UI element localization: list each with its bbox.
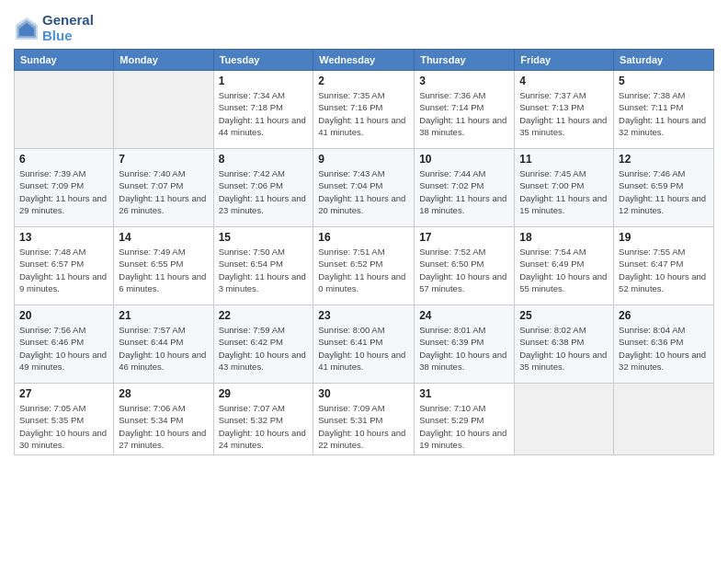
- calendar-cell: 29Sunrise: 7:07 AM Sunset: 5:32 PM Dayli…: [213, 384, 313, 455]
- logo: General Blue: [14, 13, 94, 43]
- day-info: Sunrise: 7:38 AM Sunset: 7:11 PM Dayligh…: [619, 89, 709, 138]
- day-number: 15: [219, 231, 309, 244]
- day-info: Sunrise: 7:43 AM Sunset: 7:04 PM Dayligh…: [318, 167, 409, 216]
- day-number: 9: [318, 153, 409, 166]
- day-info: Sunrise: 7:39 AM Sunset: 7:09 PM Dayligh…: [19, 167, 108, 216]
- day-info: Sunrise: 8:02 AM Sunset: 6:38 PM Dayligh…: [519, 324, 609, 373]
- day-number: 17: [419, 231, 509, 244]
- week-row: 1Sunrise: 7:34 AM Sunset: 7:18 PM Daylig…: [15, 71, 714, 149]
- calendar-cell: 2Sunrise: 7:35 AM Sunset: 7:16 PM Daylig…: [313, 71, 415, 149]
- day-number: 2: [318, 75, 409, 87]
- day-of-week-header: Monday: [114, 50, 213, 71]
- day-of-week-header: Saturday: [614, 50, 714, 71]
- day-of-week-header: Wednesday: [313, 50, 415, 71]
- day-info: Sunrise: 7:34 AM Sunset: 7:18 PM Dayligh…: [219, 89, 309, 138]
- calendar-cell: 17Sunrise: 7:52 AM Sunset: 6:50 PM Dayli…: [415, 227, 515, 305]
- calendar-cell: 26Sunrise: 8:04 AM Sunset: 6:36 PM Dayli…: [614, 305, 714, 384]
- calendar-cell: [515, 384, 614, 455]
- calendar-body: 1Sunrise: 7:34 AM Sunset: 7:18 PM Daylig…: [15, 71, 714, 455]
- calendar-cell: 1Sunrise: 7:34 AM Sunset: 7:18 PM Daylig…: [213, 71, 313, 149]
- day-number: 20: [19, 309, 108, 322]
- calendar-cell: 10Sunrise: 7:44 AM Sunset: 7:02 PM Dayli…: [415, 149, 515, 227]
- day-number: 13: [19, 231, 108, 244]
- calendar-table: SundayMondayTuesdayWednesdayThursdayFrid…: [14, 49, 714, 455]
- calendar-cell: 22Sunrise: 7:59 AM Sunset: 6:42 PM Dayli…: [213, 305, 313, 384]
- day-info: Sunrise: 7:40 AM Sunset: 7:07 PM Dayligh…: [119, 167, 208, 216]
- calendar-cell: 13Sunrise: 7:48 AM Sunset: 6:57 PM Dayli…: [15, 227, 114, 305]
- day-number: 25: [519, 309, 609, 322]
- day-info: Sunrise: 7:44 AM Sunset: 7:02 PM Dayligh…: [419, 167, 509, 216]
- day-number: 19: [619, 231, 709, 244]
- calendar-cell: 4Sunrise: 7:37 AM Sunset: 7:13 PM Daylig…: [515, 71, 614, 149]
- day-info: Sunrise: 7:05 AM Sunset: 5:35 PM Dayligh…: [19, 402, 108, 451]
- day-number: 28: [119, 387, 208, 400]
- day-number: 7: [119, 153, 208, 166]
- day-info: Sunrise: 7:46 AM Sunset: 6:59 PM Dayligh…: [619, 167, 709, 216]
- day-number: 24: [419, 309, 509, 322]
- day-of-week-header: Tuesday: [213, 50, 313, 71]
- week-row: 27Sunrise: 7:05 AM Sunset: 5:35 PM Dayli…: [15, 384, 714, 455]
- calendar-cell: 24Sunrise: 8:01 AM Sunset: 6:39 PM Dayli…: [415, 305, 515, 384]
- day-of-week-header: Thursday: [415, 50, 515, 71]
- day-info: Sunrise: 7:42 AM Sunset: 7:06 PM Dayligh…: [219, 167, 309, 216]
- logo-text: General Blue: [42, 13, 94, 43]
- day-info: Sunrise: 7:35 AM Sunset: 7:16 PM Dayligh…: [318, 89, 409, 138]
- day-number: 14: [119, 231, 208, 244]
- day-number: 6: [19, 153, 108, 166]
- calendar-cell: 25Sunrise: 8:02 AM Sunset: 6:38 PM Dayli…: [515, 305, 614, 384]
- calendar-cell: 27Sunrise: 7:05 AM Sunset: 5:35 PM Dayli…: [15, 384, 114, 455]
- calendar-cell: 31Sunrise: 7:10 AM Sunset: 5:29 PM Dayli…: [415, 384, 515, 455]
- day-number: 21: [119, 309, 208, 322]
- day-number: 4: [519, 75, 609, 87]
- day-info: Sunrise: 7:51 AM Sunset: 6:52 PM Dayligh…: [318, 246, 409, 294]
- calendar-cell: 30Sunrise: 7:09 AM Sunset: 5:31 PM Dayli…: [313, 384, 415, 455]
- day-number: 26: [619, 309, 709, 322]
- day-info: Sunrise: 7:06 AM Sunset: 5:34 PM Dayligh…: [119, 402, 208, 451]
- day-info: Sunrise: 7:57 AM Sunset: 6:44 PM Dayligh…: [119, 324, 208, 373]
- day-info: Sunrise: 8:04 AM Sunset: 6:36 PM Dayligh…: [619, 324, 709, 373]
- day-info: Sunrise: 7:09 AM Sunset: 5:31 PM Dayligh…: [318, 402, 409, 451]
- calendar-cell: 6Sunrise: 7:39 AM Sunset: 7:09 PM Daylig…: [15, 149, 114, 227]
- day-info: Sunrise: 8:00 AM Sunset: 6:41 PM Dayligh…: [318, 324, 409, 373]
- calendar-cell: 12Sunrise: 7:46 AM Sunset: 6:59 PM Dayli…: [614, 149, 714, 227]
- calendar-header: SundayMondayTuesdayWednesdayThursdayFrid…: [15, 50, 714, 71]
- day-number: 3: [419, 75, 509, 87]
- calendar-cell: 11Sunrise: 7:45 AM Sunset: 7:00 PM Dayli…: [515, 149, 614, 227]
- day-number: 23: [318, 309, 409, 322]
- calendar-cell: 21Sunrise: 7:57 AM Sunset: 6:44 PM Dayli…: [114, 305, 213, 384]
- day-of-week-header: Sunday: [15, 50, 114, 71]
- day-number: 22: [219, 309, 309, 322]
- day-number: 31: [419, 387, 509, 400]
- calendar-cell: 3Sunrise: 7:36 AM Sunset: 7:14 PM Daylig…: [415, 71, 515, 149]
- calendar-cell: 18Sunrise: 7:54 AM Sunset: 6:49 PM Dayli…: [515, 227, 614, 305]
- day-number: 30: [318, 387, 409, 400]
- day-info: Sunrise: 7:36 AM Sunset: 7:14 PM Dayligh…: [419, 89, 509, 138]
- calendar-cell: 23Sunrise: 8:00 AM Sunset: 6:41 PM Dayli…: [313, 305, 415, 384]
- day-number: 27: [19, 387, 108, 400]
- day-number: 18: [519, 231, 609, 244]
- calendar-cell: [15, 71, 114, 149]
- calendar-cell: 20Sunrise: 7:56 AM Sunset: 6:46 PM Dayli…: [15, 305, 114, 384]
- calendar-cell: 7Sunrise: 7:40 AM Sunset: 7:07 PM Daylig…: [114, 149, 213, 227]
- day-info: Sunrise: 7:45 AM Sunset: 7:00 PM Dayligh…: [519, 167, 609, 216]
- calendar-cell: 19Sunrise: 7:55 AM Sunset: 6:47 PM Dayli…: [614, 227, 714, 305]
- day-number: 11: [519, 153, 609, 166]
- calendar-cell: 16Sunrise: 7:51 AM Sunset: 6:52 PM Dayli…: [313, 227, 415, 305]
- page-container: General Blue SundayMondayTuesdayWednesda…: [0, 0, 728, 465]
- day-number: 5: [619, 75, 709, 87]
- day-info: Sunrise: 7:07 AM Sunset: 5:32 PM Dayligh…: [219, 402, 309, 451]
- day-info: Sunrise: 7:56 AM Sunset: 6:46 PM Dayligh…: [19, 324, 108, 373]
- calendar-cell: [114, 71, 213, 149]
- day-number: 8: [219, 153, 309, 166]
- calendar-cell: 9Sunrise: 7:43 AM Sunset: 7:04 PM Daylig…: [313, 149, 415, 227]
- day-info: Sunrise: 7:59 AM Sunset: 6:42 PM Dayligh…: [219, 324, 309, 373]
- day-info: Sunrise: 7:54 AM Sunset: 6:49 PM Dayligh…: [519, 246, 609, 294]
- day-info: Sunrise: 7:48 AM Sunset: 6:57 PM Dayligh…: [19, 246, 108, 294]
- calendar-cell: [614, 384, 714, 455]
- day-info: Sunrise: 7:55 AM Sunset: 6:47 PM Dayligh…: [619, 246, 709, 294]
- day-number: 1: [219, 75, 309, 87]
- day-info: Sunrise: 7:49 AM Sunset: 6:55 PM Dayligh…: [119, 246, 208, 294]
- day-of-week-header: Friday: [515, 50, 614, 71]
- day-number: 29: [219, 387, 309, 400]
- calendar-cell: 5Sunrise: 7:38 AM Sunset: 7:11 PM Daylig…: [614, 71, 714, 149]
